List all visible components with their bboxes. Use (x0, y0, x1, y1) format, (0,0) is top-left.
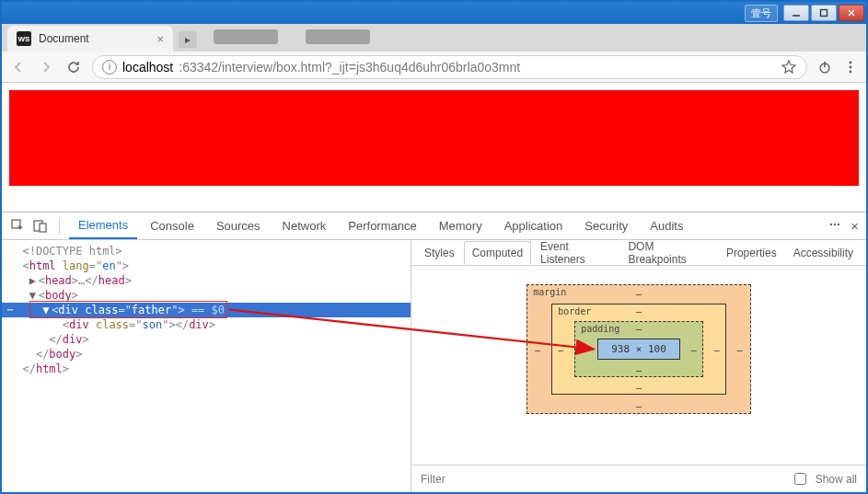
devtools-tab-performance[interactable]: Performance (339, 213, 425, 238)
devtools-close-icon[interactable]: × (851, 218, 859, 234)
dom-line[interactable]: <!DOCTYPE html> (2, 244, 411, 258)
page-viewport (2, 83, 866, 212)
url-input[interactable]: i localhost:63342/interview/box.html?_ij… (92, 55, 807, 79)
power-icon[interactable] (816, 59, 833, 75)
dom-line[interactable]: ▶<head>…</head> (2, 273, 411, 288)
devtools-tabbar: Elements Console Sources Network Perform… (2, 213, 866, 240)
content-box: 938 × 100 (597, 339, 680, 360)
dom-line[interactable]: ▼<body> (2, 288, 411, 303)
browser-window: 壹号 WS Document × ▸ i localhost:63342/int… (0, 0, 868, 494)
svg-point-7 (850, 65, 852, 68)
reload-button[interactable] (64, 58, 83, 76)
sidebar-tab-computed[interactable]: Computed (464, 241, 531, 265)
close-button[interactable] (839, 5, 864, 21)
sidebar-tab-dombreakpoints[interactable]: DOM Breakpoints (620, 236, 717, 270)
svg-point-13 (834, 224, 836, 225)
dom-line-selected[interactable]: ▼<div class="father"> == $0 (2, 303, 411, 317)
devtools-panel: Elements Console Sources Network Perform… (2, 212, 866, 492)
bookmark-icon[interactable] (781, 59, 797, 75)
svg-point-6 (850, 61, 852, 63)
devtools-tab-console[interactable]: Console (141, 213, 203, 238)
show-all-checkbox[interactable] (794, 473, 806, 485)
tab-title: Document (39, 32, 149, 45)
inspect-icon[interactable] (9, 218, 26, 235)
back-button[interactable] (9, 58, 28, 76)
sidebar-tab-properties[interactable]: Properties (719, 242, 784, 264)
devtools-tab-elements[interactable]: Elements (69, 213, 137, 239)
device-toggle-icon[interactable] (31, 218, 48, 235)
computed-panel: margin – – – – border – – – – (411, 266, 866, 465)
url-host: localhost (122, 60, 173, 75)
filter-input[interactable]: Filter (421, 473, 446, 486)
os-titlebar: 壹号 (2, 2, 866, 24)
chrome-menu-icon[interactable] (842, 59, 859, 75)
devtools-tab-memory[interactable]: Memory (430, 213, 492, 238)
devtools-tab-network[interactable]: Network (273, 213, 336, 238)
dom-line[interactable]: </html> (2, 362, 411, 376)
tab-strip: WS Document × ▸ (2, 24, 866, 52)
ime-badge[interactable]: 壹号 (745, 5, 778, 22)
computed-footer: Filter Show all (411, 465, 866, 492)
svg-point-14 (838, 224, 839, 225)
dom-tree[interactable]: <!DOCTYPE html> <html lang="en"> ▶<head>… (2, 240, 411, 492)
dom-line[interactable]: </body> (2, 347, 411, 362)
dom-line[interactable]: </div> (2, 332, 411, 347)
maximize-button[interactable] (811, 5, 837, 21)
new-tab-button[interactable]: ▸ (179, 31, 197, 48)
devtools-more-icon[interactable] (828, 218, 841, 234)
border-label: border (558, 306, 591, 316)
tab-close-icon[interactable]: × (156, 32, 164, 46)
address-bar: i localhost:63342/interview/box.html?_ij… (2, 52, 866, 83)
dom-line[interactable]: <html lang="en"> (2, 258, 411, 273)
father-element (9, 90, 859, 186)
margin-label: margin (533, 287, 566, 297)
sidebar-tab-eventlisteners[interactable]: Event Listeners (533, 236, 619, 270)
favicon-icon: WS (17, 31, 31, 46)
svg-rect-1 (821, 10, 827, 17)
devtools-tab-sources[interactable]: Sources (207, 213, 270, 238)
padding-label: padding (581, 324, 619, 334)
url-path: :63342/interview/box.html?_ijt=js3h6uq4d… (179, 60, 520, 75)
svg-point-8 (850, 70, 852, 73)
sidebar-tab-styles[interactable]: Styles (417, 242, 462, 264)
svg-rect-11 (40, 224, 46, 232)
background-tab-shadows (214, 29, 370, 44)
sidebar-tab-accessibility[interactable]: Accessibility (786, 242, 861, 264)
site-info-icon[interactable]: i (102, 60, 117, 75)
sidebar-tabbar: Styles Computed Event Listeners DOM Brea… (411, 240, 866, 266)
styles-sidebar: Styles Computed Event Listeners DOM Brea… (411, 240, 866, 492)
forward-button[interactable] (37, 58, 55, 76)
selection-gutter-icon[interactable]: ⋯ (2, 303, 18, 317)
svg-point-12 (830, 224, 832, 225)
box-model-diagram[interactable]: margin – – – – border – – – – (527, 284, 751, 414)
show-all-label: Show all (816, 473, 857, 486)
minimize-button[interactable] (783, 5, 809, 21)
browser-tab[interactable]: WS Document × (7, 26, 173, 52)
dom-line[interactable]: <div class="son"></div> (2, 317, 411, 332)
